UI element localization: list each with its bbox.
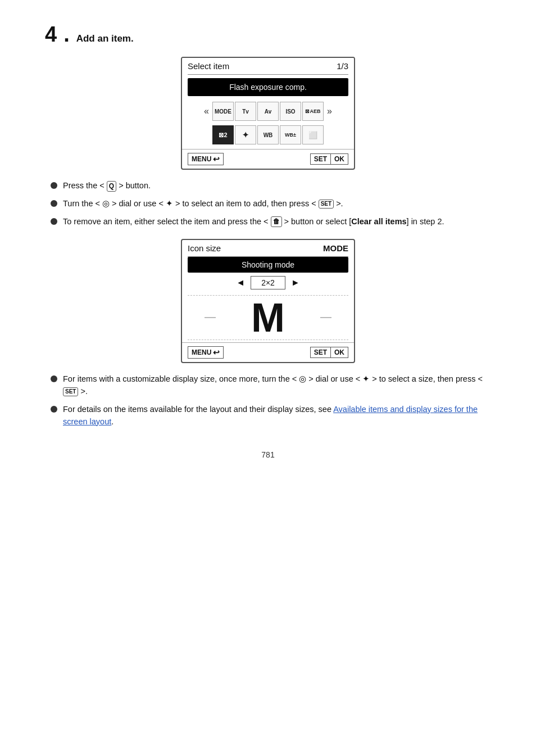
icon-box2[interactable]: ⊠2 [212, 125, 234, 144]
size-arrow-left[interactable]: ◄ [236, 278, 245, 288]
divider1 [188, 74, 348, 75]
icon-row-2: « ⊠2 ✦ WB WB± ⬜ » [182, 123, 354, 147]
set-icon-small-2: SET [63, 387, 78, 396]
set-ok-group-2: SET OK [310, 347, 348, 358]
bullet-text-c2: For details on the items available for t… [63, 404, 491, 428]
bullet-item-3: To remove an item, either select the ite… [51, 216, 491, 228]
bullet-item-1: Press the < Q > button. [51, 180, 491, 192]
select-item-ui: Select item 1/3 Flash exposure comp. « M… [181, 57, 355, 170]
icon-size-header: Icon size MODE [182, 240, 354, 256]
bullet-dot-c2 [51, 406, 57, 413]
ok-button-2[interactable]: OK [331, 347, 348, 358]
icon-av[interactable]: Av [257, 102, 279, 121]
select-item-title: Select item [188, 61, 229, 71]
icon-tv[interactable]: Tv [235, 102, 256, 121]
step-number: 4 [45, 24, 57, 45]
set-ok-group: SET OK [310, 153, 348, 165]
icon-wb-pm[interactable]: WB± [280, 125, 301, 144]
icon-size-footer: MENU ↩ SET OK [182, 342, 354, 362]
icon-size-title: Icon size [188, 243, 221, 253]
select-item-page: 1/3 [337, 61, 348, 71]
set-icon-small: SET [319, 200, 334, 209]
icon-mode[interactable]: MODE [212, 102, 234, 121]
flash-label: Flash exposure comp. [188, 78, 348, 96]
bullet-list-2: For items with a customizable display si… [51, 373, 491, 428]
dash-right [320, 317, 331, 318]
set-button[interactable]: SET [310, 153, 331, 165]
back-arrow-icon-2: ↩ [213, 348, 220, 357]
set-button-2[interactable]: SET [310, 347, 331, 358]
shooting-mode-label: Shooting mode [188, 257, 348, 273]
step-title: Add an item. [76, 33, 134, 44]
bullet-text-c1: For items with a customizable display si… [63, 373, 491, 398]
nav-left[interactable]: « [202, 105, 211, 117]
back-arrow-icon: ↩ [213, 155, 220, 164]
nav-right[interactable]: » [325, 105, 334, 117]
bullet-item-c2: For details on the items available for t… [51, 404, 491, 428]
icon-star[interactable]: ✦ [235, 125, 256, 144]
size-value[interactable]: 2×2 [251, 276, 285, 289]
icon-wb[interactable]: WB [257, 125, 279, 144]
bullet-item-2: Turn the < ◎ > dial or use < ✦ > to sele… [51, 198, 491, 210]
ok-button[interactable]: OK [331, 153, 348, 165]
big-letter-container: M [188, 295, 348, 340]
size-selector: ◄ 2×2 ► [182, 273, 354, 293]
q-icon: Q [107, 181, 116, 192]
step-dot: . [63, 22, 70, 47]
size-arrow-right[interactable]: ► [291, 278, 300, 288]
menu-button[interactable]: MENU ↩ [188, 153, 224, 165]
bullet-item-c1: For items with a customizable display si… [51, 373, 491, 398]
dash-left [205, 317, 216, 318]
bullet-list-1: Press the < Q > button. Turn the < ◎ > d… [51, 180, 491, 228]
menu-label-2: MENU [192, 348, 211, 356]
icon-size-mode: MODE [323, 243, 348, 253]
bullet-text-2: Turn the < ◎ > dial or use < ✦ > to sele… [63, 198, 343, 210]
icon-row-1: « MODE Tv Av ISO ⊠AEB » [182, 99, 354, 123]
bullet-dot-1 [51, 182, 57, 189]
icon-iso[interactable]: ISO [280, 102, 301, 121]
bullet-text-3: To remove an item, either select the ite… [63, 216, 444, 228]
step-header: 4 . Add an item. [45, 22, 491, 47]
bullet-text-1: Press the < Q > button. [63, 180, 151, 192]
available-items-link[interactable]: Available items and display sizes for th… [63, 405, 478, 426]
bullet-dot-c1 [51, 375, 57, 382]
big-letter: M [251, 297, 285, 338]
icon-size-ui: Icon size MODE Shooting mode ◄ 2×2 ► M M… [181, 239, 355, 363]
bullet-dot-3 [51, 218, 57, 225]
trash-icon: 🗑 [271, 216, 282, 227]
page-number: 781 [45, 450, 491, 459]
select-item-footer: MENU ↩ SET OK [182, 149, 354, 169]
menu-label: MENU [192, 155, 211, 163]
icon-aeb[interactable]: ⊠AEB [302, 102, 324, 121]
select-item-header: Select item 1/3 [182, 58, 354, 74]
bullet-dot-2 [51, 200, 57, 207]
icon-grid[interactable]: ⬜ [302, 125, 324, 144]
menu-button-2[interactable]: MENU ↩ [188, 346, 224, 359]
